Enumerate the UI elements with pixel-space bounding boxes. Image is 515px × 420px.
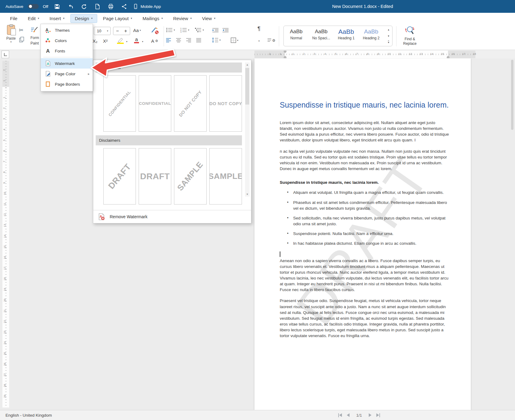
menu-review[interactable]: Review▾	[169, 14, 196, 23]
ruler-number: 10	[388, 52, 391, 55]
undo-button[interactable]	[66, 2, 75, 11]
menu-item-fonts[interactable]: AFonts	[41, 46, 93, 56]
watermark-thumbnail-confidential-horizontal[interactable]: CONFIDENTIAL	[139, 75, 171, 132]
menu-file[interactable]: File	[5, 14, 22, 23]
paragraph-settings-button[interactable]: ⚙	[268, 38, 275, 43]
remove-watermark-button[interactable]: A Remove Watermark	[93, 210, 251, 223]
horizontal-ruler[interactable]: 21123456789101112131415161718	[254, 51, 475, 58]
language-indicator[interactable]: English - United Kingdom	[0, 413, 52, 418]
cut-button[interactable]: ✂	[19, 27, 23, 34]
style-no-spaci[interactable]: AaBbNo Spaci...	[309, 26, 334, 46]
style-sample: AaBb	[309, 28, 334, 35]
change-case-button[interactable]: Aa ▾	[133, 28, 141, 33]
format-painter-label-1: Form	[30, 36, 39, 40]
increase-indent-button[interactable]	[222, 28, 229, 33]
decrease-indent-button[interactable]	[212, 28, 218, 33]
menu-item-label: Page Borders	[55, 82, 80, 87]
chevron-down-icon[interactable]: ▾	[258, 40, 260, 42]
menu-item-themes[interactable]: AThemes	[41, 25, 93, 35]
font-color-button[interactable]: a	[134, 37, 139, 43]
scroll-up-icon[interactable]: ▲	[245, 62, 250, 67]
menu-item-page-color[interactable]: Page Color▸	[41, 69, 93, 79]
formatting-marks-button[interactable]: ¶	[258, 26, 261, 32]
style-normal[interactable]: AaBbNormal	[284, 26, 309, 46]
bullet-list-button[interactable]: ▾	[166, 27, 175, 33]
watermark-thumbnail-draft-horizontal[interactable]: DRAFT	[139, 148, 171, 205]
print-button[interactable]	[106, 2, 115, 11]
watermark-thumbnail-text: DO NOT COPY	[178, 89, 203, 117]
style-heading-2[interactable]: AaBbHeading 2	[359, 26, 384, 46]
menu-item-watermark[interactable]: AWatermark	[41, 58, 93, 69]
style-sample: AaBb	[284, 28, 309, 35]
share-button[interactable]	[119, 2, 129, 11]
paste-button[interactable]: Paste ▾	[4, 25, 18, 48]
align-center-button[interactable]	[176, 38, 181, 42]
watermark-panel-scrollbar[interactable]: ▲ ▼	[245, 62, 250, 197]
format-painter-button[interactable]: Form Paint	[30, 26, 39, 45]
menu-insert[interactable]: Insert▾	[45, 14, 69, 23]
line-spacing-button[interactable]: ▾	[212, 37, 221, 43]
chevron-down-icon[interactable]: ▾	[142, 40, 143, 43]
last-page-button[interactable]	[376, 413, 380, 417]
redo-button[interactable]	[79, 2, 88, 11]
numbered-list-button[interactable]: 123 ▾	[180, 27, 189, 33]
multilevel-list-button[interactable]: ▾	[195, 27, 204, 33]
menu-item-page-borders[interactable]: Page Borders	[41, 79, 93, 89]
save-button[interactable]	[52, 2, 62, 11]
menu-view[interactable]: View▾	[197, 14, 220, 23]
vertical-ruler[interactable]: 2112345678910111213141516171819202122232…	[2, 61, 9, 408]
superscript-button[interactable]: X²	[103, 38, 108, 44]
align-left-button[interactable]	[166, 38, 171, 42]
menu-edit[interactable]: Edit▾	[23, 14, 44, 23]
borders-button[interactable]: ▾	[231, 37, 238, 43]
style-sample: AaBb	[334, 28, 359, 35]
watermark-thumbnail-sample-diagonal[interactable]: SAMPLE	[174, 148, 207, 205]
scroll-down-icon[interactable]: ▼	[245, 192, 250, 197]
font-settings-button[interactable]: A ⚙	[151, 38, 158, 44]
menu-label: Mailings	[143, 16, 159, 21]
watermark-thumbnail-do-not-copy-diagonal[interactable]: DO NOT COPY	[174, 75, 207, 132]
copy-button[interactable]	[19, 37, 25, 43]
menu-page-layout[interactable]: Page Layout▾	[98, 14, 137, 23]
align-left-icon	[166, 38, 171, 42]
highlight-color-button[interactable]	[117, 37, 124, 44]
decrease-font-button[interactable]: −	[116, 28, 119, 34]
document-scrollbar[interactable]	[511, 60, 514, 409]
font-size-select[interactable]: 10 ▾	[94, 27, 111, 35]
subscript-button[interactable]: X₂	[93, 38, 98, 44]
watermark-thumbnail-confidential-diagonal[interactable]: CONFIDENTIAL	[103, 75, 136, 132]
new-document-icon	[94, 4, 100, 9]
align-right-button[interactable]	[186, 38, 191, 42]
autosave-toggle[interactable]	[28, 4, 39, 9]
gallery-down-icon[interactable]: ▾	[388, 34, 389, 37]
menu-mailings[interactable]: Mailings▾	[138, 14, 168, 23]
style-name: Heading 1	[334, 36, 359, 40]
mobile-app-button[interactable]: Mobile App	[133, 4, 161, 9]
increase-font-button[interactable]: +	[124, 28, 127, 34]
first-page-button[interactable]	[338, 413, 342, 417]
find-replace-button[interactable]: Find & Replace	[400, 26, 420, 48]
menu-design[interactable]: Design▾	[70, 14, 97, 23]
gallery-up-icon[interactable]: ▴	[388, 28, 389, 31]
next-page-button[interactable]	[369, 413, 371, 417]
menubar: FileEdit▾Insert▾Design▾Page Layout▾Maili…	[0, 13, 515, 24]
document-page[interactable]: DRAFT Suspendisse in tristique mauris, n…	[254, 59, 471, 410]
watermark-thumbnail-draft-diagonal[interactable]: DRAFT	[103, 148, 136, 205]
align-justify-button[interactable]	[196, 38, 201, 42]
previous-page-button[interactable]	[347, 413, 350, 417]
scrollbar-thumb[interactable]	[511, 60, 513, 130]
watermark-thumbnail-sample-horizontal[interactable]: SAMPLE	[209, 148, 242, 205]
scrollbar-thumb[interactable]	[245, 68, 249, 105]
chevron-down-icon[interactable]: ▾	[126, 40, 127, 43]
watermark-thumbnail-text: DO NOT COPY	[209, 101, 242, 106]
clear-formatting-button[interactable]	[151, 26, 159, 35]
new-document-button[interactable]	[93, 2, 102, 11]
gallery-more-icon[interactable]: ▾	[388, 41, 389, 44]
document-content[interactable]: Suspendisse in tristique mauris, nec lac…	[280, 101, 449, 344]
style-heading-1[interactable]: AaBbHeading 1	[334, 26, 359, 46]
style-name: Normal	[284, 36, 309, 40]
watermark-thumbnail-do-not-copy-horizontal[interactable]: DO NOT COPY	[209, 75, 242, 132]
menu-label: Insert	[50, 16, 61, 21]
menu-item-colors[interactable]: Colors	[41, 35, 93, 46]
tab-stop-selector[interactable]	[2, 51, 9, 58]
